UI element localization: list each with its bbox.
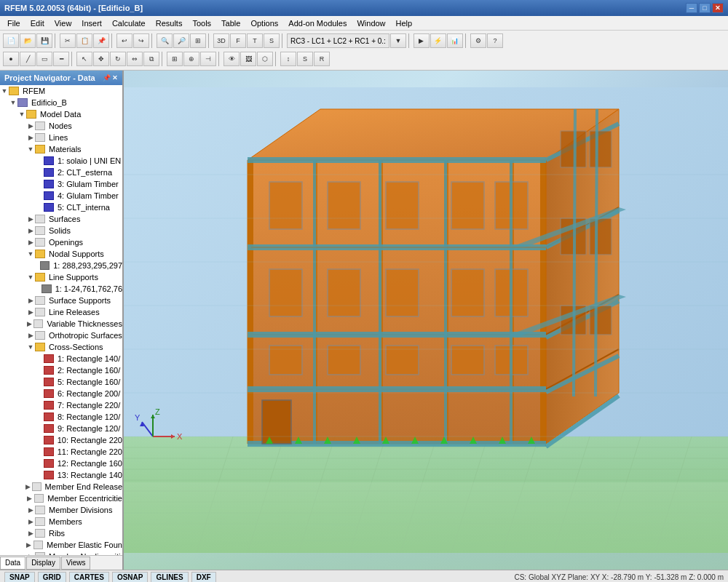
tb2-mirror[interactable]: ⇔ (127, 52, 143, 66)
tree-item[interactable]: ▶Ribs (0, 527, 122, 539)
tree-item[interactable]: ▶Solids (0, 225, 122, 236)
tb-undo[interactable]: ↩ (116, 33, 132, 48)
tree-expand-icon[interactable]: ▶ (24, 483, 32, 490)
tb-settings[interactable]: ⚙ (470, 33, 486, 48)
tree-item[interactable]: 12: Rectangle 160 (0, 458, 122, 469)
tree-expand-icon[interactable]: ▶ (26, 506, 35, 514)
tree-item[interactable]: ▶Variable Thicknesses (0, 318, 122, 330)
tree-item[interactable]: 10: Rectangle 220 (0, 434, 122, 446)
tree-expand-icon[interactable]: ▶ (26, 239, 35, 246)
tree-expand-icon[interactable]: ▼ (26, 250, 35, 258)
tree-item[interactable]: 5: Rectangle 160/ (0, 376, 122, 388)
tree-expand-icon[interactable]: ▼ (17, 111, 26, 118)
cartes-toggle[interactable]: CARTES (69, 572, 109, 583)
tb-redo[interactable]: ↪ (133, 33, 149, 48)
menu-table[interactable]: Table (217, 17, 245, 29)
tb2-wire[interactable]: ⬡ (257, 52, 273, 66)
tree-item[interactable]: ▶Line Releases (0, 306, 122, 318)
tb2-reaction[interactable]: R (314, 52, 330, 66)
tb2-snap-node[interactable]: ⊕ (183, 52, 199, 66)
tb-run[interactable]: ▶ (414, 33, 430, 48)
tb-paste[interactable]: 📌 (93, 33, 109, 48)
tree-item[interactable]: 2: CLT_esterna (0, 167, 122, 178)
tb-zoom-all[interactable]: ⊞ (190, 33, 206, 48)
tb2-deform[interactable]: ↕ (280, 52, 296, 66)
tree-expand-icon[interactable]: ▼ (0, 87, 9, 95)
menu-addon[interactable]: Add-on Modules (284, 17, 351, 29)
menu-calculate[interactable]: Calculate (108, 17, 150, 29)
tree-item[interactable]: ▶Member Eccentricitie (0, 493, 122, 504)
tree-expand-icon[interactable]: ▶ (26, 227, 35, 234)
tab-data[interactable]: Data (0, 557, 25, 570)
tree-expand-icon[interactable]: ▶ (26, 134, 35, 141)
tree-item[interactable]: 2: Rectangle 160/ (0, 364, 122, 376)
menu-view[interactable]: View (50, 17, 76, 29)
tb2-rotate[interactable]: ↻ (110, 52, 126, 66)
tb2-select[interactable]: ↖ (76, 52, 92, 66)
tree-item[interactable]: 1: 288,293,295,297 (0, 260, 122, 271)
snap-toggle[interactable]: SNAP (4, 572, 35, 583)
tree-item[interactable]: 8: Rectangle 120/ (0, 411, 122, 423)
tb-zoom-out[interactable]: 🔎 (173, 33, 189, 48)
tb-copy[interactable]: 📋 (76, 33, 92, 48)
osnap-toggle[interactable]: OSNAP (112, 572, 149, 583)
menu-edit[interactable]: Edit (26, 17, 49, 29)
menu-results[interactable]: Results (151, 17, 187, 29)
tb-zoom-in[interactable]: 🔍 (157, 33, 173, 48)
tree-item[interactable]: 7: Rectangle 220/ (0, 399, 122, 411)
tree-item[interactable]: ▼Nodal Supports (0, 248, 122, 260)
tree-item[interactable]: ▶Orthotropic Surfaces (0, 330, 122, 341)
tree-item[interactable]: ▶Lines (0, 132, 122, 143)
menu-help[interactable]: Help (392, 17, 417, 29)
tree-item[interactable]: 1: 1-24,761,762,76 (0, 283, 122, 295)
tb2-stress[interactable]: S (297, 52, 313, 66)
tree-expand-icon[interactable]: ▼ (26, 274, 35, 281)
tree-item[interactable]: ▼Line Supports (0, 271, 122, 283)
tb-new[interactable]: 📄 (3, 33, 19, 48)
tb2-member[interactable]: ━ (53, 52, 69, 66)
tree-item[interactable]: 1: solaio | UNI EN (0, 155, 122, 167)
tb2-render[interactable]: 🖼 (240, 52, 256, 66)
tree-expand-icon[interactable]: ▶ (25, 541, 33, 549)
grid-toggle[interactable]: GRID (38, 572, 66, 583)
tree-expand-icon[interactable]: ▶ (26, 122, 35, 129)
tb2-node[interactable]: ● (3, 52, 19, 66)
tree-item[interactable]: ▶Surfaces (0, 213, 122, 225)
menu-tools[interactable]: Tools (188, 17, 215, 29)
tb2-copy[interactable]: ⧉ (143, 52, 159, 66)
tree-item[interactable]: ▶Member Divisions (0, 504, 122, 516)
tb-top[interactable]: T (247, 33, 263, 48)
tree-item[interactable]: ▶Member End Release (0, 481, 122, 493)
minimize-button[interactable]: ─ (686, 3, 697, 13)
tree-item[interactable]: ▶Member Elastic Foun (0, 539, 122, 551)
tree-expand-icon[interactable]: ▶ (25, 495, 34, 502)
tree-expand-icon[interactable]: ▶ (26, 215, 35, 223)
tree-item[interactable]: ▶Surface Supports (0, 295, 122, 306)
menu-file[interactable]: File (3, 17, 25, 29)
tb-results[interactable]: 📊 (447, 33, 463, 48)
tree-item[interactable]: 5: CLT_interna (0, 202, 122, 213)
maximize-button[interactable]: □ (699, 3, 711, 13)
tree-item[interactable]: ▼Model Data (0, 108, 122, 120)
viewport[interactable]: X Y Z (124, 71, 728, 570)
menu-options[interactable]: Options (246, 17, 282, 29)
close-button[interactable]: ✕ (712, 3, 724, 13)
menu-insert[interactable]: Insert (77, 17, 106, 29)
tree-item[interactable]: ▼Edificio_B (0, 97, 122, 108)
tree-expand-icon[interactable]: ▼ (26, 146, 35, 153)
tree-item[interactable]: 6: Rectangle 200/ (0, 388, 122, 399)
tb-side[interactable]: S (264, 33, 280, 48)
tree-item[interactable]: 1: Rectangle 140/ (0, 353, 122, 364)
tb-front[interactable]: F (230, 33, 246, 48)
tb2-snap-line[interactable]: ⊣ (200, 52, 216, 66)
tree-item[interactable]: 3: Glulam Timber (0, 178, 122, 190)
tb2-display[interactable]: 👁 (223, 52, 240, 66)
tb-save[interactable]: 💾 (36, 33, 52, 48)
tb2-move[interactable]: ✥ (93, 52, 109, 66)
tb-combo-dropdown[interactable]: ▼ (390, 33, 406, 48)
tree-expand-icon[interactable]: ▼ (9, 99, 17, 106)
tb-cut[interactable]: ✂ (60, 33, 76, 48)
dxf-toggle[interactable]: DXF (191, 572, 216, 583)
tb2-surface[interactable]: ▭ (36, 52, 52, 66)
tb-help[interactable]: ? (487, 33, 503, 48)
